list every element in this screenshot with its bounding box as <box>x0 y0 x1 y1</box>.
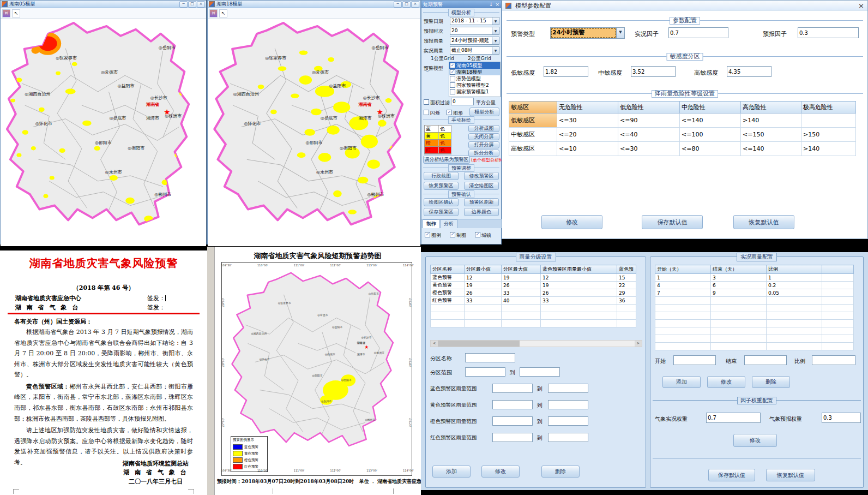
model-checkbox-item[interactable]: 国家预警模型2 <box>449 82 500 88</box>
table-row[interactable]: 橙色预警26332629 <box>431 289 636 297</box>
warning-area-refresh-button[interactable]: 预警区刷新 <box>464 198 499 206</box>
dialog-close-icon[interactable]: × <box>858 2 864 10</box>
table-row[interactable]: 红色预警33403336 <box>431 297 636 305</box>
column-header[interactable]: 中危险性 <box>680 102 741 114</box>
layer-tool-icon[interactable]: ¤ <box>2 9 10 17</box>
horizontal-scrollbar[interactable]: < > <box>430 340 642 347</box>
table-row[interactable]: 131 <box>655 274 854 282</box>
field-combo-0[interactable]: 2018 - 11 - 15▼ <box>450 17 499 25</box>
transfer-result-button[interactable]: 调分析结果为预警区 <box>423 156 470 164</box>
column-header[interactable]: 分区最小值 <box>465 265 502 274</box>
delete-button[interactable]: 删除 <box>541 466 580 478</box>
graph-checkbox[interactable]: ✓ <box>447 110 452 115</box>
mid-sens-input[interactable] <box>631 66 676 77</box>
form-input[interactable] <box>548 416 588 426</box>
save-warning-area-button[interactable]: 保存预警区 <box>424 208 459 216</box>
area-filter-input[interactable] <box>451 98 474 105</box>
add-button[interactable]: 添加 <box>432 466 471 478</box>
actual-weight-input[interactable] <box>706 413 761 423</box>
manual-button-3[interactable]: 拆分分析 <box>468 150 499 157</box>
column-header[interactable]: 高危险性 <box>741 102 801 114</box>
model-checkbox-item[interactable]: ✓湖南05模型 <box>449 62 500 69</box>
table-row[interactable]: 低敏感区<=30<=90<=140>140 <box>509 114 856 128</box>
close-button[interactable]: × <box>411 1 419 8</box>
restore-button[interactable]: □ <box>402 1 411 8</box>
chevron-down-icon[interactable]: ▼ <box>492 27 499 34</box>
column-header[interactable]: 蓝色预 <box>617 265 636 274</box>
blink-checkbox[interactable] <box>424 110 429 115</box>
border-color-button[interactable]: 边界颜色 <box>464 208 499 216</box>
chevron-down-icon[interactable]: ▼ <box>492 47 499 54</box>
column-header[interactable] <box>822 265 854 274</box>
manual-button-1[interactable]: 关闭分屏 <box>468 133 499 140</box>
window-titlebar[interactable]: 湖南05模型 ─ □ × <box>1 1 206 8</box>
modify-button[interactable]: 修改 <box>707 376 745 388</box>
column-header[interactable]: 低危险性 <box>618 102 680 114</box>
form-input[interactable] <box>492 384 533 393</box>
column-header[interactable]: 比例 <box>767 265 822 274</box>
column-header[interactable]: 敏感区 <box>509 102 557 114</box>
column-header[interactable]: 分区最大值 <box>502 265 541 274</box>
checkbox-icon[interactable]: ✓ <box>450 63 455 68</box>
forecast-weight-input[interactable] <box>822 413 861 423</box>
checkbox-icon[interactable]: ✓ <box>450 69 455 75</box>
hunan-map-18[interactable]: ◎岳阳市◎张家界市◎常德市◎益阳市◎湘西自治州◎长沙市湖南省◎株洲市湘潭市◎娄底… <box>208 19 420 246</box>
form-input[interactable] <box>465 353 515 362</box>
checkbox-icon[interactable] <box>450 76 455 81</box>
checkbox-icon[interactable] <box>450 82 455 88</box>
ratio-input[interactable] <box>812 355 855 365</box>
color-row[interactable]: 蓝色 <box>425 126 451 133</box>
checkbox-icon[interactable] <box>450 89 455 94</box>
end-input[interactable] <box>744 355 787 365</box>
restore-button[interactable]: □ <box>188 1 196 8</box>
actual-factor-input[interactable] <box>668 27 728 38</box>
save-defaults-button[interactable]: 保存默认值 <box>708 469 755 481</box>
column-header[interactable]: 开始（天） <box>655 265 711 274</box>
column-header[interactable]: 无危险性 <box>557 102 618 114</box>
form-input[interactable] <box>492 433 533 442</box>
column-header[interactable]: 蓝色预警区雨量最小值 <box>541 265 617 274</box>
cursor-tool-icon[interactable]: ↖ <box>219 9 227 17</box>
table-row[interactable]: 蓝色预警12191215 <box>431 274 636 282</box>
manual-button-0[interactable]: 分析成图 <box>468 125 499 132</box>
tab-analysis[interactable]: 分析 <box>440 219 457 228</box>
field-combo-3[interactable]: 截止08时▼ <box>450 46 499 55</box>
layer-tool-icon[interactable]: ¤ <box>209 9 218 17</box>
rain-level-table[interactable]: 分区名称分区最小值分区最大值蓝色预警区雨量最小值蓝色预蓝色预警12191215黄… <box>430 265 642 327</box>
color-row[interactable]: 橙色 <box>425 140 451 147</box>
area-filter-checkbox[interactable] <box>424 99 429 105</box>
table-row[interactable]: 黄色预警19261922 <box>431 282 636 289</box>
warning-color-table[interactable]: 蓝色黄色橙色红色 <box>424 125 451 154</box>
manual-button-2[interactable]: 打开分屏 <box>468 141 499 148</box>
towns-checkbox[interactable]: ✓ <box>475 232 480 237</box>
model-checkbox-item[interactable]: 国家预警模型1 <box>449 88 500 95</box>
scroll-left-icon[interactable]: < <box>431 341 438 347</box>
forecast-factor-input[interactable] <box>798 27 859 38</box>
save-defaults-button[interactable]: 保存默认值 <box>642 215 703 229</box>
add-button[interactable]: 添加 <box>662 376 701 388</box>
hunan-map-05[interactable]: ◎岳阳市◎张家界市◎常德市◎益阳市◎湘西自治州◎长沙市湖南省◎株洲市湘潭市◎娄底… <box>1 19 206 246</box>
legend-checkbox[interactable]: ✓ <box>425 232 430 237</box>
risk-level-table[interactable]: 敏感区无危险性低危险性中危险性高危险性极高危险性低敏感区<=30<=90<=14… <box>509 101 862 156</box>
column-header[interactable]: 极高危险性 <box>801 102 856 114</box>
close-button[interactable]: × <box>197 1 205 8</box>
table-row[interactable]: 高敏感区<=10<=30<=80<=140>140 <box>509 142 856 156</box>
form-input[interactable] <box>520 367 560 377</box>
scroll-right-icon[interactable]: > <box>635 341 642 347</box>
column-header[interactable]: 结束（天） <box>711 265 767 274</box>
dialog-titlebar[interactable]: 模型参数配置 × <box>502 1 867 11</box>
field-combo-1[interactable]: 20▼ <box>450 27 499 35</box>
tab-make[interactable]: 制作 <box>423 219 440 228</box>
model-checkbox-item[interactable]: ✓湖南18模型 <box>449 69 500 75</box>
model-checkbox-item[interactable]: 潜势值模型 <box>449 75 500 82</box>
delete-button[interactable]: 删除 <box>752 376 790 388</box>
cursor-tool-icon[interactable]: ↖ <box>12 9 20 17</box>
high-sens-input[interactable] <box>727 66 771 77</box>
form-input[interactable] <box>548 400 588 409</box>
table-row[interactable]: 460.2 <box>655 282 854 289</box>
mapping-checkbox[interactable]: ✓ <box>450 232 455 237</box>
form-input[interactable] <box>548 384 588 393</box>
field-combo-2[interactable]: 24小时预报-顺延▼ <box>450 37 499 45</box>
warn-type-combo[interactable]: 24小时预警 ▼ <box>550 27 625 39</box>
actual-rain-table[interactable]: 开始（天）结束（天）比例131460.2790.05 <box>655 265 860 350</box>
